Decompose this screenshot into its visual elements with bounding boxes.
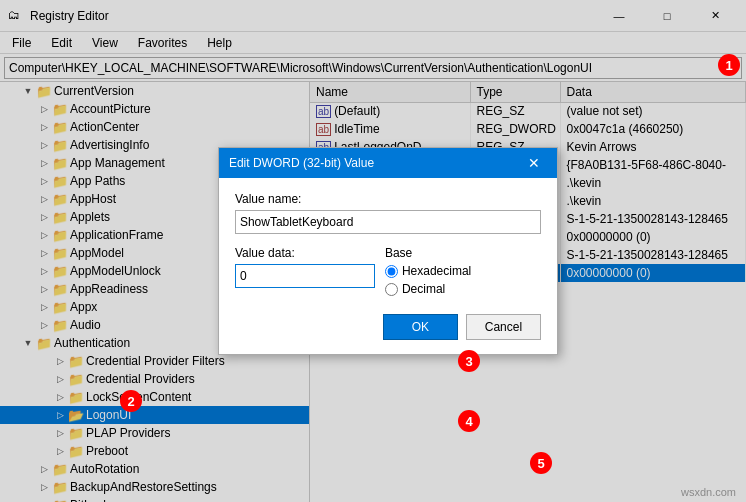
radio-dec-label: Decimal	[402, 282, 445, 296]
value-name-input[interactable]	[235, 210, 541, 234]
badge-5: 5	[530, 452, 552, 474]
value-data-input[interactable]	[235, 264, 375, 288]
dialog-buttons: OK Cancel	[235, 314, 541, 340]
radio-dec-input[interactable]	[385, 283, 398, 296]
value-data-row: Value data: Base Hexadecimal Decimal	[235, 246, 541, 300]
ok-button[interactable]: OK	[383, 314, 458, 340]
dialog-title: Edit DWORD (32-bit) Value	[229, 156, 521, 170]
radio-hex-input[interactable]	[385, 265, 398, 278]
radio-hex-label: Hexadecimal	[402, 264, 471, 278]
base-label: Base	[385, 246, 541, 260]
dialog-title-bar: Edit DWORD (32-bit) Value ✕	[219, 148, 557, 178]
edit-dword-dialog: Edit DWORD (32-bit) Value ✕ Value name: …	[218, 147, 558, 355]
value-data-label: Value data:	[235, 246, 375, 260]
badge-4: 4	[458, 410, 480, 432]
base-group: Base Hexadecimal Decimal	[385, 246, 541, 300]
badge-3: 3	[458, 350, 480, 372]
cancel-button[interactable]: Cancel	[466, 314, 541, 340]
watermark: wsxdn.com	[681, 486, 736, 498]
radio-hexadecimal[interactable]: Hexadecimal	[385, 264, 541, 278]
badge-2: 2	[120, 390, 142, 412]
value-name-label: Value name:	[235, 192, 541, 206]
dialog-close-button[interactable]: ✕	[521, 150, 547, 176]
value-data-section: Value data:	[235, 246, 375, 288]
badge-1: 1	[718, 54, 740, 76]
dialog-body: Value name: Value data: Base Hexadecimal…	[219, 178, 557, 354]
radio-decimal[interactable]: Decimal	[385, 282, 541, 296]
